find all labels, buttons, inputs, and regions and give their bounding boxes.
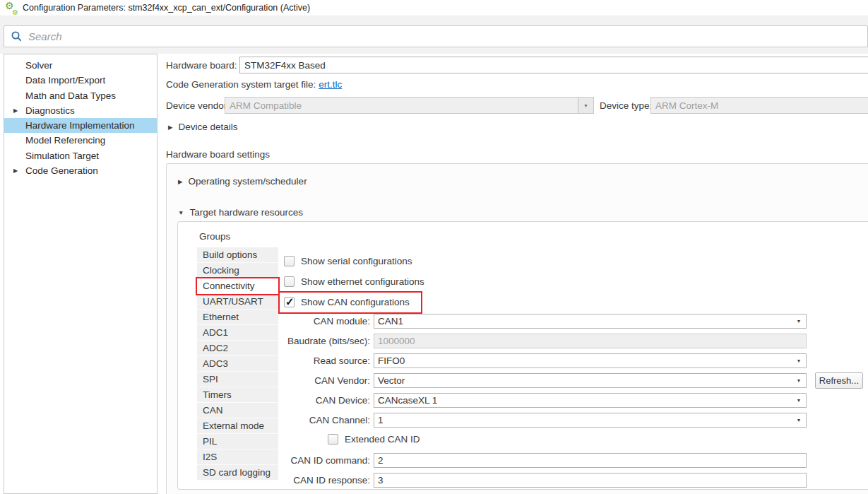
sidebar-item-math-and-data-types[interactable]: Math and Data Types (4, 88, 157, 103)
group-item-adc1[interactable]: ADC1 (197, 325, 278, 341)
sidebar-item-solver[interactable]: Solver (4, 58, 157, 73)
target-hw-resources-expander[interactable]: ▼ Target hardware resources (178, 207, 303, 218)
sidebar-item-label: Model Referencing (25, 135, 105, 146)
sidebar-item-simulation-target[interactable]: Simulation Target (4, 148, 157, 163)
can-channel-dropdown[interactable]: 1 ▼ (374, 413, 807, 428)
group-item-uart-usart[interactable]: UART/USART (197, 294, 278, 310)
magnifier-icon (11, 30, 23, 42)
show-ethernet-configurations-checkbox[interactable] (284, 276, 295, 287)
show-ethernet-configurations-row: Show ethernet configurations (284, 276, 424, 288)
refresh-button[interactable]: Refresh... (815, 372, 863, 389)
can-module-dropdown[interactable]: CAN1 ▼ (374, 314, 807, 329)
group-item-timers[interactable]: Timers (197, 387, 278, 403)
expand-arrow-icon: ▶ (178, 178, 183, 185)
board-settings-heading: Hardware board settings (166, 149, 270, 160)
config-gears-icon: ⚙ ⚙ (6, 2, 17, 13)
sidebar-item-model-referencing[interactable]: Model Referencing (4, 133, 157, 148)
sidebar-item-label: Diagnostics (25, 105, 75, 116)
sidebar-item-code-generation[interactable]: ▶ Code Generation (4, 163, 157, 178)
os-scheduler-expander[interactable]: ▶ Operating system/scheduler (178, 176, 307, 187)
annotation-box-show-can: Show CAN configurations (278, 291, 422, 314)
group-item-spi[interactable]: SPI (197, 372, 278, 387)
device-type-value: ARM Cortex-M (655, 100, 718, 111)
group-item-can[interactable]: CAN (197, 403, 278, 418)
sidebar-tree: Solver Data Import/Export Math and Data … (4, 54, 157, 494)
group-item-build-options[interactable]: Build options (197, 247, 278, 263)
device-vendor-value: ARM Compatible (230, 100, 302, 111)
device-details-label: Device details (179, 122, 238, 132)
dropdown-arrow-icon[interactable]: ▼ (792, 413, 806, 427)
device-type-field: ARM Cortex-M (650, 97, 868, 114)
can-id-command-row: CAN ID command: (277, 453, 807, 468)
show-can-configurations-row: Show CAN configurations (284, 296, 410, 308)
groups-list: Build options Clocking Connectivity UART… (197, 247, 278, 481)
os-scheduler-label: Operating system/scheduler (189, 176, 307, 187)
group-item-ethernet[interactable]: Ethernet (197, 310, 278, 325)
dropdown-arrow-icon[interactable]: ▼ (792, 314, 806, 328)
device-vendor-label: Device vendor: (166, 100, 230, 111)
can-vendor-label: CAN Vendor: (277, 375, 370, 386)
dropdown-arrow-icon[interactable]: ▼ (792, 374, 806, 387)
can-vendor-row: CAN Vendor: Vector ▼ (277, 373, 807, 388)
device-details-expander[interactable]: ▶ Device details (168, 122, 238, 132)
read-source-row: Read source: FIFO0 ▼ (277, 353, 807, 368)
show-can-configurations-checkbox[interactable] (284, 297, 295, 307)
can-module-value: CAN1 (378, 316, 403, 327)
baudrate-value: 1000000 (378, 336, 415, 346)
group-item-external-mode[interactable]: External mode (197, 418, 278, 434)
sidebar-item-label: Math and Data Types (25, 90, 116, 101)
sidebar-item-label: Solver (25, 60, 52, 71)
sidebar-item-diagnostics[interactable]: ▶ Diagnostics (4, 103, 157, 118)
can-id-command-input[interactable] (374, 453, 807, 468)
can-id-response-label: CAN ID response: (277, 475, 370, 486)
hardware-board-field[interactable]: STM32F4xx Based (239, 57, 868, 73)
groups-heading: Groups (199, 231, 230, 242)
baudrate-field: 1000000 (374, 334, 807, 348)
can-module-row: CAN module: CAN1 ▼ (277, 314, 807, 329)
target-hw-resources-panel: Groups Build options Clocking Connectivi… (177, 221, 868, 490)
sidebar-item-label: Hardware Implementation (25, 120, 135, 131)
sidebar-item-label: Data Import/Export (25, 75, 105, 86)
show-serial-configurations-checkbox[interactable] (284, 256, 295, 266)
search-box[interactable] (4, 25, 868, 47)
can-device-dropdown[interactable]: CANcaseXL 1 ▼ (374, 393, 807, 408)
target-file-row: Code Generation system target file: ert.… (166, 79, 342, 90)
target-file-link[interactable]: ert.tlc (319, 79, 342, 90)
can-id-response-input[interactable] (374, 473, 807, 488)
can-device-value: CANcaseXL 1 (378, 395, 437, 406)
group-item-clocking[interactable]: Clocking (197, 263, 278, 278)
baudrate-row: Baudrate (bits/sec): 1000000 (277, 334, 807, 348)
sidebar-item-label: Code Generation (25, 165, 98, 176)
group-item-adc2[interactable]: ADC2 (197, 341, 278, 356)
can-device-label: CAN Device: (277, 395, 370, 406)
target-file-label: Code Generation system target file: (166, 79, 316, 90)
device-type-label: Device type: (600, 100, 652, 111)
dropdown-arrow-icon[interactable]: ▼ (792, 394, 806, 407)
window-titlebar: ⚙ ⚙ Configuration Parameters: stm32f4xx_… (0, 0, 868, 16)
extended-can-id-row: Extended CAN ID (328, 433, 420, 445)
group-item-i2s[interactable]: I2S (197, 449, 278, 465)
checkbox-label: Extended CAN ID (345, 434, 420, 445)
sidebar-item-data-import-export[interactable]: Data Import/Export (4, 73, 157, 88)
can-vendor-value: Vector (378, 375, 405, 386)
extended-can-id-checkbox[interactable] (328, 434, 338, 445)
sidebar-item-hardware-implementation[interactable]: Hardware Implementation (4, 118, 157, 133)
search-input[interactable] (28, 26, 867, 47)
can-device-row: CAN Device: CANcaseXL 1 ▼ (277, 393, 807, 408)
expand-arrow-icon[interactable]: ▶ (13, 163, 18, 178)
read-source-label: Read source: (277, 355, 370, 366)
group-item-sd-card-logging[interactable]: SD card logging (197, 465, 278, 481)
can-vendor-dropdown[interactable]: Vector ▼ (374, 373, 807, 388)
group-item-connectivity[interactable]: Connectivity (197, 278, 278, 294)
hardware-board-label: Hardware board: (166, 60, 237, 71)
read-source-dropdown[interactable]: FIFO0 ▼ (374, 353, 807, 368)
dropdown-arrow-icon[interactable]: ▼ (792, 354, 806, 367)
group-item-pil[interactable]: PIL (197, 434, 278, 449)
checkbox-label: Show CAN configurations (301, 297, 410, 307)
sidebar-item-label: Simulation Target (25, 151, 99, 161)
expand-arrow-icon[interactable]: ▶ (13, 103, 18, 118)
can-channel-label: CAN Channel: (277, 415, 370, 425)
group-item-adc3[interactable]: ADC3 (197, 356, 278, 372)
expand-arrow-icon: ▶ (168, 124, 173, 131)
can-id-response-row: CAN ID response: (277, 473, 807, 488)
